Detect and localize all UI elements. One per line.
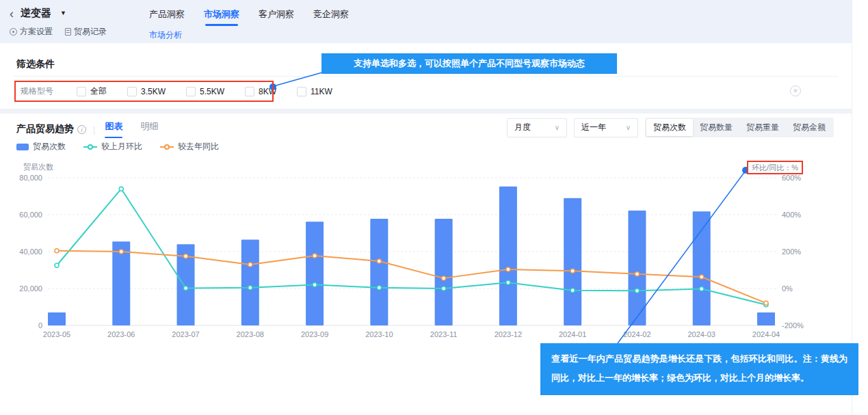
svg-text:0%: 0%: [782, 284, 793, 293]
clear-filter-icon[interactable]: ✕: [790, 85, 801, 96]
svg-text:2023-07: 2023-07: [172, 330, 199, 338]
app-root: ‹ 逆变器 ▼ 方案设置 贸易记录 产品洞察 市场洞察 客户洞察 竞企洞察 市场…: [0, 0, 868, 415]
document-icon: [65, 28, 71, 36]
checkbox-box-icon: [127, 87, 137, 96]
legend-mom[interactable]: 较上月环比: [83, 141, 142, 152]
checkbox-all[interactable]: 全部: [77, 85, 107, 97]
checkbox-8kw[interactable]: 8KW: [245, 87, 276, 96]
svg-text:80,000: 80,000: [19, 174, 42, 182]
metric-trade-amount-button[interactable]: 贸易金额: [786, 119, 832, 136]
chevron-down-icon: ∨: [626, 124, 631, 131]
view-tab-chart[interactable]: 图表: [105, 120, 122, 138]
chevron-down-icon: ∨: [555, 124, 560, 131]
svg-text:20,000: 20,000: [19, 284, 42, 293]
trend-title: 产品贸易趋势: [16, 123, 74, 135]
checkbox-3-5kw-label: 3.5KW: [141, 87, 166, 96]
checkbox-5-5kw[interactable]: 5.5KW: [186, 87, 224, 96]
period-select-value: 月度: [514, 122, 531, 133]
legend-yoy-label: 较去年同比: [178, 141, 219, 152]
period-select[interactable]: 月度 ∨: [507, 118, 567, 137]
card-gap: [0, 109, 852, 113]
checkbox-3-5kw[interactable]: 3.5KW: [127, 87, 166, 96]
scheme-settings-link[interactable]: 方案设置: [10, 26, 53, 38]
svg-text:2023-08: 2023-08: [237, 330, 264, 338]
svg-text:2023-12: 2023-12: [495, 330, 522, 338]
checkbox-box-icon: [77, 87, 86, 96]
svg-text:40,000: 40,000: [19, 247, 42, 256]
metric-trade-weight-button[interactable]: 贸易重量: [739, 119, 786, 136]
info-icon[interactable]: i: [77, 125, 86, 134]
svg-text:2024-03: 2024-03: [688, 330, 715, 338]
svg-text:600%: 600%: [782, 174, 801, 182]
metric-trade-count-button[interactable]: 贸易次数: [646, 119, 693, 136]
trend-header: 产品贸易趋势 i | 图表 明细: [16, 120, 176, 138]
range-select[interactable]: 近一年 ∨: [574, 118, 638, 137]
tab-competitor-insight[interactable]: 竞企洞察: [313, 8, 349, 26]
svg-text:2023-10: 2023-10: [365, 330, 393, 338]
top-bar: ‹ 逆变器 ▼ 方案设置 贸易记录 产品洞察 市场洞察 客户洞察 竞企洞察 市场…: [0, 0, 852, 43]
page-title: 逆变器: [21, 7, 51, 20]
main-tabs: 产品洞察 市场洞察 客户洞察 竞企洞察: [149, 8, 349, 26]
checkbox-box-icon: [186, 87, 196, 96]
spec-label: 规格型号: [21, 85, 53, 97]
legend-trade-count-label: 贸易次数: [33, 141, 66, 152]
svg-text:200%: 200%: [782, 247, 801, 256]
trend-panel: 产品贸易趋势 i | 图表 明细 月度 ∨ 近一年 ∨ 贸易次数 贸易数量 贸易…: [0, 113, 852, 346]
bar-swatch-icon: [16, 144, 29, 150]
checkbox-box-icon: [297, 87, 306, 96]
tab-market-insight[interactable]: 市场洞察: [204, 8, 239, 26]
checkbox-all-label: 全部: [90, 85, 107, 97]
trend-callout: 查看近一年内产品贸易趋势是增长还是下跌，包括环比和同比。注：黄线为同比，对比上一…: [540, 343, 858, 395]
line-marker-icon: [83, 146, 97, 148]
svg-text:2023-05: 2023-05: [43, 330, 70, 338]
spec-filter-row: 规格型号 全部 3.5KW 5.5KW 8KW 11KW: [21, 85, 353, 97]
title-dropdown-icon[interactable]: ▼: [60, 10, 66, 16]
back-chevron-icon[interactable]: ‹: [10, 7, 14, 21]
trade-records-link[interactable]: 贸易记录: [65, 26, 107, 38]
scheme-settings-label: 方案设置: [20, 26, 53, 38]
svg-text:0: 0: [38, 321, 42, 330]
metric-button-group: 贸易次数 贸易数量 贸易重量 贸易金额: [645, 118, 834, 137]
legend-mom-label: 较上月环比: [101, 141, 142, 152]
trend-controls: 月度 ∨ 近一年 ∨ 贸易次数 贸易数量 贸易重量 贸易金额: [507, 118, 834, 137]
svg-text:60,000: 60,000: [19, 211, 42, 219]
filter-title: 筛选条件: [16, 58, 55, 70]
axis-annotation-red-box: 环比/同比：%: [747, 161, 803, 174]
svg-text:-200%: -200%: [782, 321, 804, 330]
legend-yoy[interactable]: 较去年同比: [160, 141, 219, 152]
range-select-value: 近一年: [581, 122, 606, 133]
divider: [14, 76, 838, 77]
legend-trade-count[interactable]: 贸易次数: [16, 141, 66, 152]
svg-text:400%: 400%: [782, 211, 801, 219]
chart-legend: 贸易次数 较上月环比 较去年同比: [16, 141, 219, 152]
svg-text:2024-04: 2024-04: [752, 330, 780, 338]
svg-text:贸易次数: 贸易次数: [23, 163, 53, 171]
divider: |: [93, 124, 95, 135]
metric-trade-quantity-button[interactable]: 贸易数量: [693, 119, 739, 136]
line-marker-icon: [160, 146, 174, 148]
tab-product-insight[interactable]: 产品洞察: [149, 8, 185, 26]
svg-text:2023-06: 2023-06: [107, 330, 135, 338]
svg-text:2024-02: 2024-02: [623, 330, 650, 338]
checkbox-11kw-label: 11KW: [311, 87, 332, 96]
svg-text:2023-11: 2023-11: [430, 330, 458, 338]
trend-chart-canvas: 0-200%20,0000%40,000200%60,000400%80,000…: [0, 160, 852, 346]
checkbox-8kw-label: 8KW: [259, 87, 276, 96]
filter-callout: 支持单选和多选，可以按照单个产品不同型号观察市场动态: [321, 53, 617, 74]
header-links: 方案设置 贸易记录: [10, 26, 107, 38]
checkbox-box-icon: [245, 87, 254, 96]
target-icon: [10, 28, 17, 36]
svg-text:2024-01: 2024-01: [559, 330, 586, 338]
svg-text:2023-09: 2023-09: [301, 330, 328, 338]
checkbox-11kw[interactable]: 11KW: [297, 87, 332, 96]
tab-customer-insight[interactable]: 客户洞察: [259, 8, 294, 26]
view-tab-detail[interactable]: 明细: [140, 120, 158, 138]
trade-records-label: 贸易记录: [74, 26, 107, 38]
checkbox-5-5kw-label: 5.5KW: [200, 87, 224, 96]
